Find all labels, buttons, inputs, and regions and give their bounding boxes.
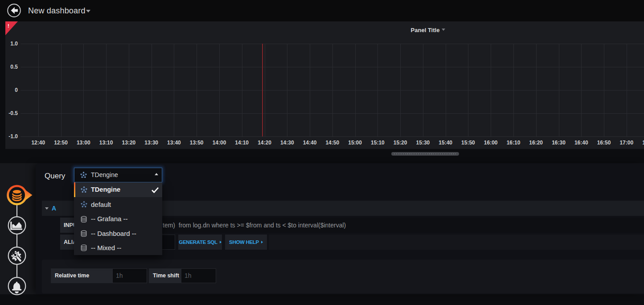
svg-text:!: ! — [8, 23, 9, 29]
